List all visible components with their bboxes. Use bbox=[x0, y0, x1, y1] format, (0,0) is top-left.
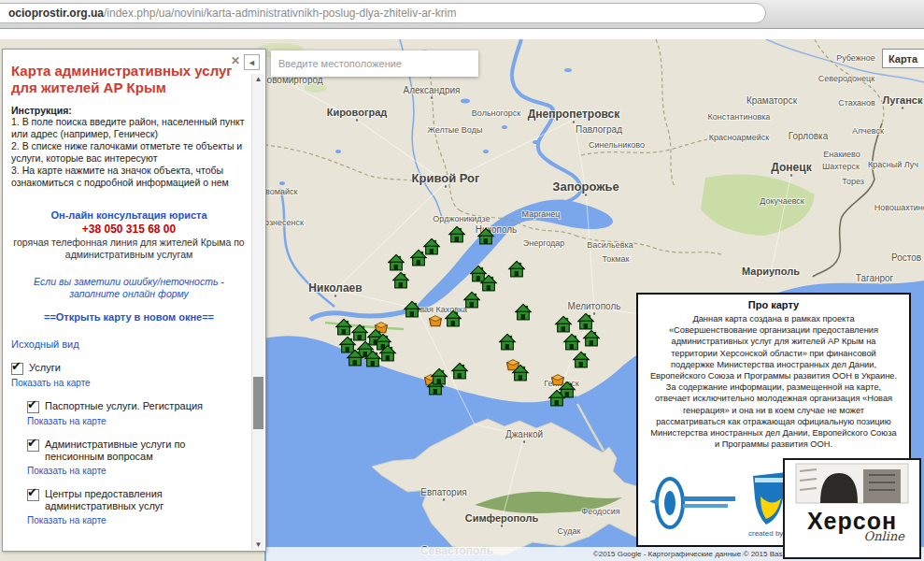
city-label: Стаханов bbox=[838, 98, 875, 108]
instructions-list: 1. В поле поиска введите район, населенн… bbox=[11, 116, 247, 189]
city-label: Николаев bbox=[308, 281, 362, 295]
city-label: Александрия bbox=[403, 85, 460, 95]
service-row: Услуги bbox=[11, 362, 247, 375]
service-checkbox[interactable] bbox=[27, 489, 39, 501]
instruction-line: 2. В списке ниже галочками отметьте те о… bbox=[11, 140, 247, 165]
city-label: Константиновка bbox=[708, 112, 771, 122]
service-label: Административные услуги по пенсионным во… bbox=[45, 439, 247, 463]
city-dot bbox=[593, 312, 596, 315]
service-checkbox[interactable] bbox=[11, 363, 23, 375]
show-on-map-link[interactable]: Показать на карте bbox=[27, 515, 247, 525]
city-label: Вольногорск bbox=[472, 108, 520, 118]
city-label: Евпатория bbox=[420, 487, 466, 497]
city-label: Рубежное bbox=[836, 53, 875, 63]
kherson-building-image bbox=[785, 460, 919, 507]
city-label: Енакиево bbox=[823, 150, 860, 159]
show-on-map-link[interactable]: Показать на карте bbox=[27, 466, 247, 476]
city-label: Энергодар bbox=[523, 238, 565, 248]
city-label: Красноармейск bbox=[709, 133, 769, 142]
instructions-heading: Инструкция: bbox=[11, 105, 247, 116]
city-label: Орджоникидзе bbox=[433, 214, 490, 223]
city-label: Алчевск bbox=[852, 126, 884, 136]
city-label: Запорожье bbox=[552, 180, 618, 194]
city-label: Феодосия bbox=[581, 507, 619, 516]
scroll-up-icon[interactable]: ▲ bbox=[252, 75, 264, 83]
created-by-text: created by bbox=[748, 529, 783, 538]
city-dot bbox=[431, 96, 434, 99]
hotline-note: горячая телефонная линия для жителей Кры… bbox=[11, 237, 247, 261]
service-label: Паспортные услуги. Регистрация bbox=[45, 400, 203, 412]
city-label: Марганец bbox=[522, 209, 561, 219]
city-label: Красный Луч bbox=[868, 160, 918, 169]
hotline-phone: +38 050 315 68 00 bbox=[11, 223, 247, 236]
sidebar-scrollbar[interactable]: ▲ ▼ bbox=[251, 74, 264, 550]
instruction-line: 1. В поле поиска введите район, населенн… bbox=[11, 116, 247, 140]
city-label: Краматорск bbox=[746, 95, 798, 106]
online-consult-link[interactable]: Он-лайн консультация юриста bbox=[11, 209, 247, 221]
city-label: Шахтерск bbox=[822, 162, 860, 171]
show-on-map-link[interactable]: Показать на карте bbox=[11, 378, 247, 388]
city-label: Мариуполь bbox=[742, 266, 800, 277]
city-label: Кривой Рог bbox=[412, 171, 481, 185]
city-label: Павлоград bbox=[576, 124, 622, 135]
city-dot bbox=[790, 174, 793, 177]
url-path: /index.php/ua/novini/karta-administrativ… bbox=[104, 7, 456, 20]
service-label: Центры предоставления административных у… bbox=[45, 488, 247, 512]
city-label: Васильевка bbox=[587, 240, 633, 250]
city-dot bbox=[573, 121, 576, 123]
show-on-map-link[interactable]: Показать на карте bbox=[27, 416, 247, 426]
service-checkbox[interactable] bbox=[27, 439, 39, 452]
city-label: Северодонецк bbox=[818, 74, 874, 83]
about-title: Про карту bbox=[649, 299, 898, 310]
map-type-button[interactable]: Карта bbox=[882, 49, 924, 68]
instruction-line: 3. На карте нажмите на значок объекта, ч… bbox=[11, 165, 247, 189]
url-domain: ocioprostir.org.ua bbox=[8, 7, 104, 20]
city-label: Горловка bbox=[789, 131, 829, 141]
browser-address-bar: ocioprostir.org.ua/index.php/ua/novini/k… bbox=[0, 0, 924, 29]
service-row: Центры предоставления административных у… bbox=[27, 488, 247, 512]
city-dot bbox=[445, 185, 448, 188]
about-text: Данная карта создана в рамках проекта «С… bbox=[649, 313, 898, 450]
city-label: Таганрог bbox=[856, 273, 894, 283]
city-label: Желтые Воды bbox=[428, 125, 483, 135]
chevron-left-icon: ◄ bbox=[248, 58, 256, 67]
search-input[interactable] bbox=[271, 50, 478, 77]
city-label: Докучаевск bbox=[760, 196, 804, 206]
initial-view-link[interactable]: Исходный вид bbox=[11, 338, 247, 350]
city-label: Симферополь bbox=[465, 512, 539, 524]
city-dot bbox=[356, 119, 359, 122]
screen: ocioprostir.org.ua/index.php/ua/novini/k… bbox=[0, 0, 924, 561]
services-list: УслугиПоказать на картеПаспортные услуги… bbox=[11, 362, 247, 525]
city-label: Токмак bbox=[603, 254, 630, 264]
city-label: Торез bbox=[842, 177, 864, 186]
city-label: Джанкой bbox=[505, 429, 543, 439]
open-map-new-window-link[interactable]: ==Открыть карту в новом окне== bbox=[11, 311, 247, 323]
sidebar-panel: ✕ ◄ Карта административных услуг для жит… bbox=[2, 49, 266, 552]
collapse-sidebar-button[interactable]: ◄ bbox=[244, 54, 260, 70]
close-icon[interactable]: ✕ bbox=[231, 54, 240, 67]
new-generation-logo-icon bbox=[649, 474, 743, 532]
city-dot bbox=[585, 194, 588, 196]
city-dot bbox=[523, 440, 526, 443]
error-report-link[interactable]: Если вы заметили ошибку/неточность - зап… bbox=[11, 276, 247, 300]
service-label: Услуги bbox=[29, 362, 61, 374]
city-label: Мелитополь bbox=[568, 301, 621, 311]
city-label: Судак bbox=[558, 526, 581, 536]
scroll-down-icon[interactable]: ▼ bbox=[252, 540, 264, 549]
url-field[interactable]: ocioprostir.org.ua/index.php/ua/novini/k… bbox=[0, 3, 766, 23]
city-label: Новошахтинск bbox=[874, 203, 924, 212]
scrollbar-thumb[interactable] bbox=[253, 377, 263, 429]
service-row: Паспортные услуги. Регистрация bbox=[27, 400, 247, 413]
city-dot bbox=[501, 525, 504, 527]
sidebar-content: Карта административных услуг для жителей… bbox=[3, 50, 252, 551]
city-dot bbox=[443, 498, 446, 501]
city-label: Днепропетровск bbox=[528, 108, 620, 121]
city-label: Луганск bbox=[883, 94, 923, 106]
kherson-online-logo: Херсон Online bbox=[783, 458, 921, 559]
city-dot bbox=[902, 107, 904, 109]
service-checkbox[interactable] bbox=[27, 401, 39, 413]
city-label: Синельниково bbox=[589, 140, 645, 150]
city-label: Донецк bbox=[771, 161, 812, 174]
location-search bbox=[271, 50, 478, 77]
city-label: Ростов bbox=[891, 252, 921, 263]
